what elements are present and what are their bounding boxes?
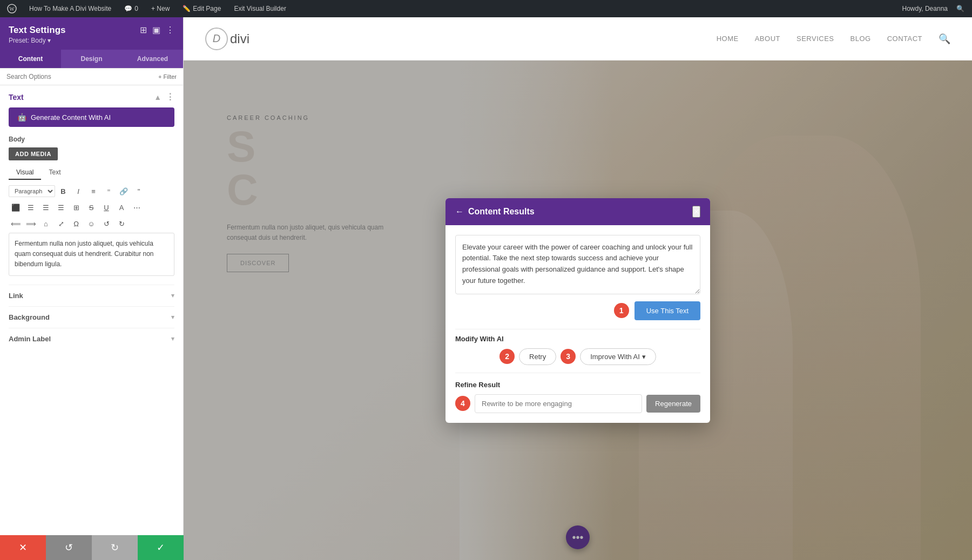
exit-visual-builder[interactable]: Exit Visual Builder xyxy=(231,0,289,17)
search-options-input[interactable] xyxy=(6,73,154,80)
settings-icon[interactable]: ⊞ xyxy=(140,25,147,35)
modify-with-ai-section: Modify With AI 2 Retry 3 Improve With AI… xyxy=(455,335,700,365)
more-toolbar-button[interactable]: ⋯ xyxy=(130,200,144,214)
align-center-button[interactable]: ☰ xyxy=(24,200,38,214)
refine-label: Refine Result xyxy=(455,381,700,389)
emoji-button[interactable]: ☺ xyxy=(84,217,98,231)
align-right-button[interactable]: ☰ xyxy=(39,200,53,214)
generate-ai-button[interactable]: 🤖 Generate Content With AI xyxy=(9,107,174,127)
content-result-textarea[interactable]: Elevate your career with the power of ca… xyxy=(455,235,700,294)
improve-chevron-icon: ▾ xyxy=(642,353,646,361)
site-name[interactable]: How To Make A Divi Website xyxy=(26,0,114,17)
refine-row: 4 Regenerate xyxy=(455,394,700,413)
cancel-button[interactable]: ✕ xyxy=(0,535,46,560)
admin-bar: W How To Make A Divi Website 💬 0 + New ✏… xyxy=(0,0,972,17)
editor-content-area[interactable]: Fermentum nulla non justo aliquet, quis … xyxy=(9,233,174,276)
strikethrough-button[interactable]: S xyxy=(84,200,98,214)
sidebar-header: Text Settings Preset: Body ▾ ⊞ ▣ ⋮ xyxy=(0,17,183,50)
refine-input[interactable] xyxy=(475,394,642,413)
underline-button[interactable]: U xyxy=(99,200,113,214)
blockquote-button[interactable]: " xyxy=(132,184,146,198)
italic-button[interactable]: I xyxy=(71,184,85,198)
font-color-button[interactable]: A xyxy=(114,200,129,214)
page-content: CAREER COACHING SC Fermentum nulla non j… xyxy=(184,60,972,560)
divider-2 xyxy=(455,373,700,373)
tab-design[interactable]: Design xyxy=(61,50,122,68)
content-results-modal: ← Content Results × Elevate your career … xyxy=(446,198,710,423)
visual-tab[interactable]: Visual xyxy=(9,166,41,180)
ordered-list-button[interactable]: ⁼ xyxy=(102,184,116,198)
link-chevron: ▾ xyxy=(171,292,174,299)
layout-icon[interactable]: ▣ xyxy=(152,25,160,35)
sidebar-preset: Preset: Body ▾ xyxy=(9,37,65,44)
unordered-list-button[interactable]: ≡ xyxy=(86,184,100,198)
background-section: Background ▾ xyxy=(9,306,174,328)
more-options-icon[interactable]: ⋮ xyxy=(166,92,174,102)
undo-editor-button[interactable]: ↺ xyxy=(99,217,113,231)
bold-button[interactable]: B xyxy=(56,184,70,198)
confirm-button[interactable]: ✓ xyxy=(138,535,184,560)
align-left-button[interactable]: ⬛ xyxy=(9,200,23,214)
nav-services[interactable]: SERVICES xyxy=(796,35,834,43)
undo-button[interactable]: ↺ xyxy=(46,535,92,560)
redo-button[interactable]: ↻ xyxy=(92,535,138,560)
sidebar-title: Text Settings xyxy=(9,25,65,36)
more-icon[interactable]: ⋮ xyxy=(166,25,174,35)
text-section-header[interactable]: Text ▲ ⋮ xyxy=(9,92,174,102)
regenerate-button[interactable]: Regenerate xyxy=(646,395,700,413)
special-char-button[interactable]: Ω xyxy=(69,217,83,231)
body-label: Body xyxy=(9,136,174,143)
nav-search-icon[interactable]: 🔍 xyxy=(939,33,950,45)
tab-content[interactable]: Content xyxy=(0,50,61,68)
modal-close-button[interactable]: × xyxy=(692,206,700,218)
modal-overlay: ← Content Results × Elevate your career … xyxy=(184,60,972,560)
edit-page-link[interactable]: ✏️ Edit Page xyxy=(179,0,224,17)
logo-circle: D xyxy=(205,28,228,50)
link-button[interactable]: 🔗 xyxy=(117,184,131,198)
indent-button[interactable]: ⟸ xyxy=(9,217,23,231)
background-section-title[interactable]: Background ▾ xyxy=(9,313,174,321)
use-this-text-button[interactable]: Use This Text xyxy=(634,301,700,320)
toolbar-row-1: Paragraph B I ≡ ⁼ 🔗 " xyxy=(9,184,174,198)
back-arrow-icon[interactable]: ← xyxy=(455,207,464,217)
admin-label-section: Admin Label ▾ xyxy=(9,328,174,349)
undo-icon: ↺ xyxy=(65,542,73,554)
add-media-button[interactable]: ADD MEDIA xyxy=(9,147,58,160)
toolbar-row-2: ⬛ ☰ ☰ ☰ ⊞ S U A ⋯ xyxy=(9,200,174,214)
filter-button[interactable]: + Filter xyxy=(158,73,177,80)
tab-advanced[interactable]: Advanced xyxy=(122,50,183,68)
sidebar-content: Text ▲ ⋮ 🤖 Generate Content With AI Body… xyxy=(0,85,183,539)
sidebar-tabs: Content Design Advanced xyxy=(0,50,183,69)
site-logo: D divi xyxy=(205,28,249,50)
left-sidebar: Text Settings Preset: Body ▾ ⊞ ▣ ⋮ Conte… xyxy=(0,17,184,560)
text-tab[interactable]: Text xyxy=(41,166,68,180)
sidebar-header-info: Text Settings Preset: Body ▾ xyxy=(9,25,65,44)
preformatted-button[interactable]: ⌂ xyxy=(39,217,53,231)
improve-with-ai-button[interactable]: Improve With AI ▾ xyxy=(580,348,656,365)
wp-logo[interactable]: W xyxy=(4,1,19,16)
nav-contact[interactable]: CONTACT xyxy=(887,35,922,43)
justify-button[interactable]: ☰ xyxy=(54,200,68,214)
divider-1 xyxy=(455,329,700,329)
confirm-icon: ✓ xyxy=(157,542,165,554)
nav-about[interactable]: ABOUT xyxy=(755,35,780,43)
fullscreen-button[interactable]: ⤢ xyxy=(54,217,68,231)
admin-search[interactable]: 🔍 xyxy=(953,5,968,12)
outdent-button[interactable]: ⟹ xyxy=(24,217,38,231)
site-nav: D divi HOME ABOUT SERVICES BLOG CONTACT … xyxy=(184,17,972,60)
table-button[interactable]: ⊞ xyxy=(69,200,83,214)
nav-home[interactable]: HOME xyxy=(717,35,739,43)
link-section-title[interactable]: Link ▾ xyxy=(9,292,174,300)
badge-2: 2 xyxy=(500,349,515,364)
modal-body: Elevate your career with the power of ca… xyxy=(446,225,710,423)
main-layout: Text Settings Preset: Body ▾ ⊞ ▣ ⋮ Conte… xyxy=(0,17,972,560)
new-button[interactable]: + New xyxy=(148,0,173,17)
comments-link[interactable]: 💬 0 xyxy=(121,0,141,17)
redo-editor-button[interactable]: ↻ xyxy=(114,217,129,231)
sidebar-header-icons: ⊞ ▣ ⋮ xyxy=(140,25,174,35)
retry-button[interactable]: Retry xyxy=(519,348,556,365)
svg-text:W: W xyxy=(9,6,15,12)
paragraph-select[interactable]: Paragraph xyxy=(9,185,55,197)
admin-label-title[interactable]: Admin Label ▾ xyxy=(9,335,174,343)
nav-blog[interactable]: BLOG xyxy=(850,35,871,43)
